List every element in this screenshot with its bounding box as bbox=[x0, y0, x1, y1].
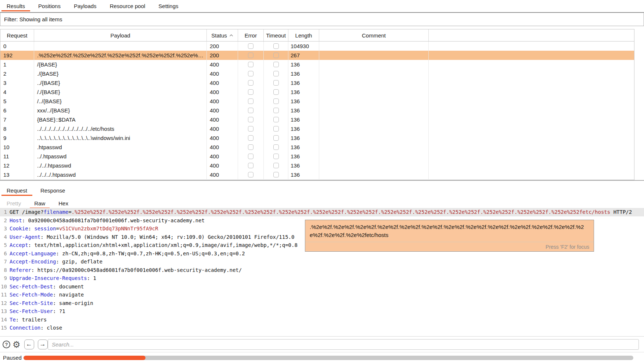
result-row[interactable]: 11../.htpasswd400136 bbox=[0, 152, 634, 161]
header-name-text: Sec-Fetch-Site bbox=[10, 300, 53, 306]
result-row[interactable]: 5/../{BASE}400136 bbox=[0, 97, 634, 106]
plain-text: : document bbox=[53, 284, 84, 290]
tab-results[interactable]: Results bbox=[1, 1, 30, 11]
col-header-request[interactable]: Request bbox=[0, 29, 34, 41]
tab-request[interactable]: Request bbox=[1, 186, 32, 196]
error-checkbox[interactable] bbox=[248, 126, 253, 132]
gear-icon[interactable]: ⚙ bbox=[12, 341, 21, 348]
result-row[interactable]: 0200104930 bbox=[0, 42, 634, 51]
error-checkbox[interactable] bbox=[248, 135, 253, 141]
comment-cell bbox=[319, 115, 429, 124]
col-header-comment[interactable]: Comment bbox=[319, 29, 429, 41]
timeout-checkbox[interactable] bbox=[273, 108, 279, 113]
tab-positions[interactable]: Positions bbox=[33, 1, 66, 11]
result-row[interactable]: 12../../.htpasswd400136 bbox=[0, 161, 634, 170]
attack-progress-bar bbox=[24, 356, 633, 360]
col-header-payload[interactable]: Payload bbox=[34, 29, 207, 41]
error-checkbox[interactable] bbox=[248, 154, 253, 159]
error-checkbox[interactable] bbox=[248, 53, 253, 58]
status-cell: 400 bbox=[207, 143, 238, 152]
help-icon[interactable]: ? bbox=[3, 341, 10, 348]
error-checkbox[interactable] bbox=[248, 80, 253, 86]
timeout-checkbox[interactable] bbox=[273, 172, 279, 177]
filter-bar[interactable]: Filter: Showing all items bbox=[0, 12, 644, 26]
error-checkbox[interactable] bbox=[248, 62, 253, 67]
error-checkbox[interactable] bbox=[248, 43, 253, 49]
col-header-timeout[interactable]: Timeout bbox=[264, 29, 288, 41]
request-line: 15Connection: close bbox=[0, 324, 644, 332]
timeout-checkbox[interactable] bbox=[273, 144, 279, 150]
tab-settings[interactable]: Settings bbox=[153, 1, 183, 11]
error-cell bbox=[238, 87, 264, 97]
result-row[interactable]: 10.htpasswd400136 bbox=[0, 143, 634, 152]
timeout-checkbox[interactable] bbox=[273, 117, 279, 122]
status-cell: 200 bbox=[207, 51, 238, 60]
line-number: 8 bbox=[0, 266, 10, 274]
back-button[interactable]: ← bbox=[24, 339, 34, 349]
result-row[interactable]: 4/./{BASE}400136 bbox=[0, 87, 634, 97]
tab-hex[interactable]: Hex bbox=[54, 199, 73, 209]
tab-raw[interactable]: Raw bbox=[30, 199, 50, 209]
error-checkbox[interactable] bbox=[248, 144, 253, 150]
timeout-checkbox[interactable] bbox=[273, 163, 279, 168]
header-name-text: Cookie bbox=[10, 226, 28, 231]
result-row[interactable]: 8../../../../../../../../../../../../etc… bbox=[0, 124, 634, 133]
request-number: 5 bbox=[0, 97, 34, 106]
tab-payloads[interactable]: Payloads bbox=[69, 1, 102, 11]
request-number: 3 bbox=[0, 78, 34, 87]
col-header-length[interactable]: Length bbox=[288, 29, 319, 41]
error-checkbox[interactable] bbox=[248, 108, 253, 113]
arrow-left-icon: ← bbox=[26, 341, 32, 348]
timeout-checkbox[interactable] bbox=[273, 135, 279, 141]
line-number: 5 bbox=[0, 241, 10, 249]
result-row[interactable]: 7{BASE}::$DATA400136 bbox=[0, 115, 634, 124]
timeout-checkbox[interactable] bbox=[273, 89, 279, 95]
error-checkbox[interactable] bbox=[248, 98, 253, 104]
result-row[interactable]: 9..\..\..\..\..\..\..\..\..\..\..\..\win… bbox=[0, 133, 634, 143]
search-input[interactable] bbox=[48, 339, 639, 350]
timeout-checkbox[interactable] bbox=[273, 126, 279, 132]
col-header-error[interactable]: Error bbox=[238, 29, 264, 41]
comment-cell bbox=[319, 161, 429, 170]
panel-divider[interactable] bbox=[0, 180, 644, 181]
timeout-checkbox[interactable] bbox=[273, 98, 279, 104]
error-checkbox[interactable] bbox=[248, 71, 253, 76]
comment-cell bbox=[319, 152, 429, 161]
top-tab-bar: ResultsPositionsPayloadsResource poolSet… bbox=[0, 0, 644, 11]
line-content: GET /image?filename=.%252e%252f.%252e%25… bbox=[10, 208, 644, 216]
timeout-checkbox[interactable] bbox=[273, 71, 279, 76]
result-row[interactable]: 13../../../.htpasswd400136 bbox=[0, 170, 634, 179]
length-cell: 136 bbox=[288, 60, 319, 69]
timeout-checkbox[interactable] bbox=[273, 62, 279, 67]
tab-resource-pool[interactable]: Resource pool bbox=[105, 1, 151, 11]
error-checkbox[interactable] bbox=[248, 117, 253, 122]
timeout-checkbox[interactable] bbox=[273, 80, 279, 86]
timeout-cell bbox=[264, 87, 288, 97]
tab-response[interactable]: Response bbox=[35, 186, 71, 196]
result-row[interactable]: 1/{BASE}400136 bbox=[0, 60, 634, 69]
line-number: 3 bbox=[0, 224, 10, 233]
request-number: 7 bbox=[0, 115, 34, 124]
error-checkbox[interactable] bbox=[248, 163, 253, 168]
forward-button[interactable]: → bbox=[38, 339, 48, 349]
result-row[interactable]: 6xxx/../{BASE}400136 bbox=[0, 106, 634, 115]
timeout-checkbox[interactable] bbox=[273, 154, 279, 159]
error-cell bbox=[238, 143, 264, 152]
status-cell: 200 bbox=[207, 42, 238, 51]
error-checkbox[interactable] bbox=[248, 172, 253, 177]
status-cell: 400 bbox=[207, 170, 238, 179]
comment-cell bbox=[319, 124, 429, 133]
error-checkbox[interactable] bbox=[248, 89, 253, 95]
length-cell: 136 bbox=[288, 69, 319, 78]
result-row[interactable]: 2./{BASE}400136 bbox=[0, 69, 634, 78]
col-header-status[interactable]: Status bbox=[207, 29, 238, 41]
tab-pretty[interactable]: Pretty bbox=[2, 199, 25, 209]
timeout-checkbox[interactable] bbox=[273, 43, 279, 49]
result-row[interactable]: 192.%252e%252f.%252e%252f.%252e%252f.%25… bbox=[0, 51, 634, 60]
plain-text: : same-origin bbox=[53, 300, 93, 306]
timeout-checkbox[interactable] bbox=[273, 53, 279, 58]
error-cell bbox=[238, 115, 264, 124]
results-table: RequestPayloadStatusErrorTimeoutLengthCo… bbox=[0, 29, 634, 180]
result-row[interactable]: 3../{BASE}400136 bbox=[0, 78, 634, 87]
timeout-cell bbox=[264, 152, 288, 161]
